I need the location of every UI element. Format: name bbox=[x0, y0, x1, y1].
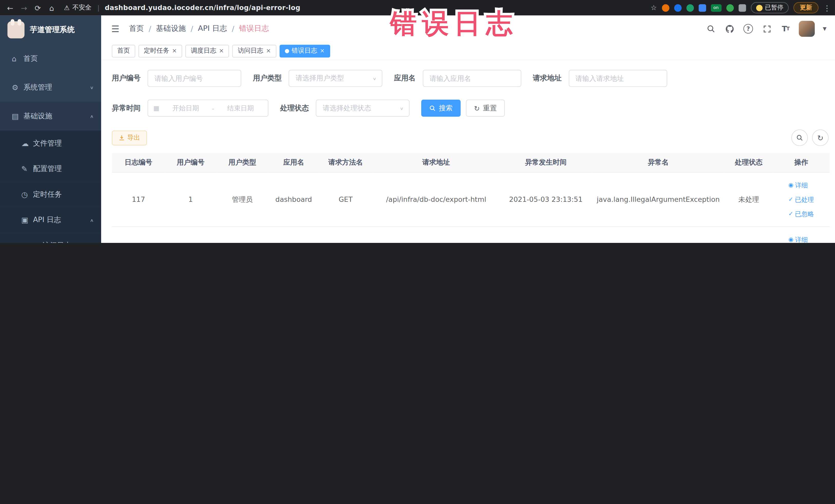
cell-user-id: 1 bbox=[165, 172, 216, 227]
tab-home[interactable]: 首页 bbox=[112, 44, 135, 57]
user-menu-caret-icon[interactable]: ▼ bbox=[823, 26, 826, 32]
extension-icon-blue[interactable] bbox=[674, 4, 681, 12]
browser-menu-kebab-icon[interactable]: ⋮ bbox=[823, 3, 831, 12]
breadcrumb-home[interactable]: 首页 bbox=[129, 24, 144, 33]
tab-error-log[interactable]: 错误日志 × bbox=[279, 44, 330, 57]
toggle-search-button[interactable] bbox=[791, 129, 808, 146]
cell-exception-name: java.lang.IllegalArgumentException bbox=[592, 172, 725, 227]
close-icon[interactable]: × bbox=[219, 48, 224, 54]
app-logo[interactable]: 芋道管理系统 bbox=[0, 15, 101, 44]
tab-scheduled-tasks[interactable]: 定时任务 × bbox=[138, 44, 182, 57]
reset-button[interactable]: 重置 bbox=[466, 100, 505, 117]
check-icon bbox=[788, 207, 793, 221]
table-row: 116 1 管理员 dashboard GET /api/infra/db-do… bbox=[112, 227, 830, 243]
column-log-id: 日志编号 bbox=[112, 153, 165, 173]
font-size-icon[interactable]: TT bbox=[780, 23, 791, 34]
user-type-select[interactable]: 请选择用户类型 bbox=[288, 70, 382, 87]
sidebar-item-api-logs[interactable]: ▣ API 日志 bbox=[0, 207, 101, 233]
extension-icon-green[interactable] bbox=[686, 4, 694, 12]
check-icon bbox=[788, 192, 793, 207]
mark-processed-link[interactable]: 已处理 bbox=[788, 192, 814, 207]
browser-home-button[interactable]: ⌂ bbox=[46, 2, 58, 14]
sidebar-item-home[interactable]: ⌂ 首页 bbox=[0, 44, 101, 73]
browser-toolbar: ← → ⟳ ⌂ ⚠ 不安全 | dashboard.yudao.iocoder.… bbox=[0, 0, 835, 15]
sidebar-item-file-management[interactable]: ☁ 文件管理 bbox=[0, 130, 101, 156]
app-title: 芋道管理系统 bbox=[30, 25, 75, 35]
divider: | bbox=[97, 4, 99, 12]
hamburger-icon[interactable]: ☰ bbox=[111, 23, 120, 34]
extension-icon-grid[interactable] bbox=[698, 4, 706, 12]
help-icon[interactable]: ? bbox=[743, 23, 753, 34]
filter-process-status: 处理状态 请选择处理状态 bbox=[280, 100, 409, 117]
close-icon[interactable]: × bbox=[172, 48, 177, 54]
close-icon[interactable]: × bbox=[266, 48, 271, 54]
top-navbar: ☰ 首页 / 基础设施 / API 日志 / 错误日志 bbox=[101, 15, 835, 42]
extension-icon-leaf[interactable] bbox=[726, 4, 734, 12]
cell-status: 未处理 bbox=[725, 227, 773, 243]
browser-update-button[interactable]: 更新 bbox=[793, 2, 819, 13]
sidebar-item-config-management[interactable]: ✎ 配置管理 bbox=[0, 156, 101, 182]
logo-rabbit-avatar bbox=[7, 21, 24, 38]
bookmark-star-icon[interactable]: ☆ bbox=[651, 4, 657, 12]
request-url-input[interactable] bbox=[569, 70, 667, 87]
grid-icon: ▤ bbox=[12, 112, 24, 120]
sidebar-item-infrastructure[interactable]: ▤ 基础设施 bbox=[0, 102, 101, 130]
app-name-input[interactable] bbox=[423, 70, 521, 87]
sidebar-item-system-management[interactable]: ⚙ 系统管理 bbox=[0, 73, 101, 102]
breadcrumb-infrastructure[interactable]: 基础设施 bbox=[156, 24, 186, 33]
cell-app-name: dashboard bbox=[268, 172, 319, 227]
column-exception-name: 异常名 bbox=[592, 153, 725, 173]
breadcrumb-error-log: 错误日志 bbox=[239, 24, 269, 33]
user-id-input[interactable] bbox=[148, 70, 241, 87]
close-icon[interactable]: × bbox=[320, 48, 325, 54]
profile-emoji-icon bbox=[756, 5, 762, 11]
column-user-type: 用户类型 bbox=[216, 153, 268, 173]
github-icon[interactable] bbox=[725, 23, 735, 34]
table-header-row: 日志编号 用户编号 用户类型 应用名 请求方法名 请求地址 异常发生时间 异常名… bbox=[112, 153, 830, 173]
sidebar: 芋道管理系统 ⌂ 首页 ⚙ 系统管理 ▤ 基础设施 ☁ bbox=[0, 15, 101, 243]
column-actions: 操作 bbox=[773, 153, 830, 173]
browser-back-button[interactable]: ← bbox=[4, 2, 16, 14]
extension-on-badge[interactable]: on bbox=[711, 4, 721, 12]
search-button[interactable]: 搜索 bbox=[421, 100, 461, 117]
process-status-select[interactable]: 请选择处理状态 bbox=[316, 100, 409, 117]
cell-method: GET bbox=[319, 172, 372, 227]
app-shell: 芋道管理系统 ⌂ 首页 ⚙ 系统管理 ▤ 基础设施 ☁ bbox=[0, 15, 835, 243]
search-icon bbox=[429, 105, 435, 112]
filter-row-1: 用户编号 用户类型 请选择用户类型 应用名 bbox=[112, 70, 829, 87]
profile-paused-badge[interactable]: 已暂停 bbox=[751, 2, 789, 13]
extension-icon-red[interactable] bbox=[662, 4, 669, 12]
chevron-up-icon bbox=[90, 114, 94, 118]
table-row: 117 1 管理员 dashboard GET /api/infra/db-do… bbox=[112, 172, 830, 227]
exception-time-range-picker[interactable]: 开始日期 - 结束日期 bbox=[148, 100, 268, 117]
detail-link[interactable]: 详细 bbox=[788, 233, 808, 243]
cell-exception-name: java.lang.IllegalArgumentException bbox=[592, 227, 725, 243]
tab-access-log[interactable]: 访问日志 × bbox=[232, 44, 276, 57]
refresh-icon bbox=[474, 104, 480, 112]
security-label: 不安全 bbox=[73, 3, 91, 12]
cell-status: 未处理 bbox=[725, 172, 773, 227]
fullscreen-icon[interactable] bbox=[761, 23, 772, 34]
warning-icon: ⚠ bbox=[64, 4, 69, 12]
address-bar-url[interactable]: dashboard.yudao.iocoder.cn/infra/log/api… bbox=[105, 4, 300, 12]
breadcrumb-api-logs[interactable]: API 日志 bbox=[198, 24, 227, 33]
sidebar-item-scheduled-tasks[interactable]: ◷ 定时任务 bbox=[0, 182, 101, 207]
site-security-chip[interactable]: ⚠ 不安全 | bbox=[64, 3, 103, 12]
search-icon[interactable] bbox=[706, 23, 716, 34]
sidebar-item-access-log[interactable]: ✎ 访问日志 bbox=[0, 233, 101, 243]
tab-dispatch-log[interactable]: 调度日志 × bbox=[185, 44, 229, 57]
refresh-table-button[interactable] bbox=[812, 129, 829, 146]
breadcrumb-separator: / bbox=[149, 24, 151, 33]
cell-exception-time: 2021-05-03 12:02:31 bbox=[500, 227, 592, 243]
document-icon: ▣ bbox=[21, 216, 33, 224]
export-button[interactable]: 导出 bbox=[112, 130, 147, 145]
table-toolbar: 导出 bbox=[112, 129, 829, 146]
browser-forward-button[interactable]: → bbox=[18, 2, 30, 14]
filter-user-type: 用户类型 请选择用户类型 bbox=[253, 70, 382, 87]
extensions-puzzle-icon[interactable] bbox=[738, 4, 746, 12]
browser-reload-button[interactable]: ⟳ bbox=[32, 2, 44, 14]
eye-icon bbox=[788, 178, 793, 192]
detail-link[interactable]: 详细 bbox=[788, 178, 808, 192]
user-avatar[interactable] bbox=[799, 21, 815, 37]
mark-ignored-link[interactable]: 已忽略 bbox=[788, 207, 814, 221]
